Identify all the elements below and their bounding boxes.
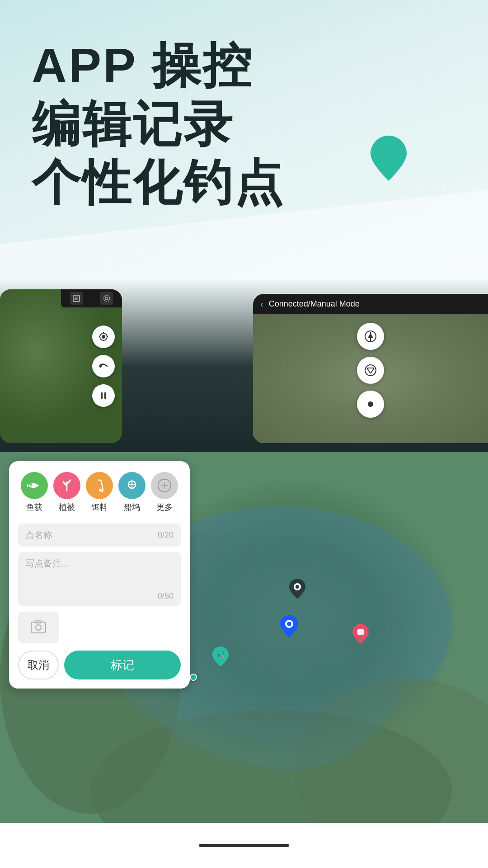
marker-type-fish[interactable]: 鱼获: [21, 472, 48, 513]
right-header: ‹ Connected/Manual Mode: [253, 294, 488, 314]
hero-section: APP 操控 编辑记录 个性化钓点: [0, 0, 488, 280]
connected-mode-text: Connected/Manual Mode: [269, 299, 360, 309]
marker-type-bait[interactable]: 饵料: [86, 472, 113, 513]
home-indicator: [199, 844, 289, 847]
form-actions: 取消 标记: [18, 651, 181, 679]
svg-rect-13: [104, 392, 106, 399]
svg-line-18: [371, 368, 374, 373]
back-btn[interactable]: [92, 355, 115, 377]
map-section: 🎣 鱼获: [0, 452, 488, 868]
note-placeholder: 写点备注...: [25, 557, 174, 570]
svg-point-5: [103, 295, 110, 302]
dialog-panel: 鱼获 植被 饵料: [9, 461, 190, 689]
hero-title-line1: APP 操控: [32, 36, 285, 95]
fish-icon: [21, 472, 48, 499]
screenshots-section: ‹ Connected/Manual Mode: [0, 280, 488, 452]
note-counter: 0/50: [158, 591, 174, 601]
svg-point-32: [99, 489, 102, 491]
map-pin-dark: [289, 579, 305, 599]
marker-type-boat[interactable]: 船坞: [118, 472, 145, 513]
more-icon: [151, 472, 178, 499]
screenshot-left: [0, 289, 122, 443]
svg-point-31: [30, 484, 32, 486]
marker-types: 鱼获 植被 饵料: [18, 472, 181, 513]
boat-label: 船坞: [124, 502, 140, 513]
mark-button[interactable]: 标记: [64, 651, 181, 679]
fish-label: 鱼获: [26, 502, 42, 513]
bait-label: 饵料: [91, 502, 108, 513]
bottom-nav: [0, 823, 488, 868]
svg-point-6: [102, 335, 105, 339]
svg-point-4: [105, 297, 108, 300]
right-ctrl-bot[interactable]: [357, 391, 384, 418]
hero-title-line3: 个性化钓点: [32, 153, 285, 212]
hero-title-line2: 编辑记录: [32, 95, 285, 154]
more-label: 更多: [156, 502, 173, 513]
svg-rect-29: [357, 629, 364, 635]
bait-icon: [86, 472, 113, 499]
back-chevron-icon: ‹: [260, 299, 263, 309]
hero-text: APP 操控 编辑记录 个性化钓点: [32, 36, 285, 212]
plant-icon: [53, 472, 80, 499]
svg-point-26: [296, 585, 299, 589]
name-placeholder: 点名称: [25, 529, 52, 541]
name-field[interactable]: 点名称 0/20: [18, 524, 181, 547]
map-dot-small: [190, 674, 197, 681]
right-ctrl-top[interactable]: [357, 323, 384, 350]
settings-icon[interactable]: [100, 292, 113, 305]
right-ctrl-mid[interactable]: [357, 357, 384, 384]
svg-rect-38: [31, 622, 46, 633]
map-pin-teal: 🎣: [212, 646, 229, 666]
svg-point-39: [36, 625, 41, 630]
marker-type-more[interactable]: 更多: [151, 472, 178, 513]
svg-rect-12: [101, 392, 103, 399]
pause-btn[interactable]: [92, 384, 115, 407]
screenshot-right: ‹ Connected/Manual Mode: [253, 294, 488, 443]
left-map-bg: [0, 289, 122, 443]
right-map-bg: [253, 314, 488, 443]
location-btn[interactable]: [92, 326, 115, 348]
svg-line-17: [367, 368, 371, 373]
svg-point-20: [368, 401, 373, 407]
svg-point-28: [287, 622, 291, 626]
cancel-button[interactable]: 取消: [18, 651, 59, 679]
svg-text:🎣: 🎣: [217, 651, 225, 658]
map-pin-pink: [352, 624, 369, 644]
marker-type-plant[interactable]: 植被: [53, 472, 80, 513]
hero-location-pin: [371, 136, 407, 181]
left-toolbar: [61, 289, 122, 307]
image-upload-box[interactable]: [18, 612, 59, 643]
boat-icon: [118, 472, 145, 499]
log-icon[interactable]: [70, 292, 83, 305]
svg-point-16: [365, 365, 376, 376]
image-row: [18, 612, 181, 643]
plant-label: 植被: [59, 502, 75, 513]
note-field[interactable]: 写点备注... 0/50: [18, 552, 181, 606]
name-counter: 0/20: [158, 530, 174, 540]
map-pin-blue: [280, 615, 298, 637]
